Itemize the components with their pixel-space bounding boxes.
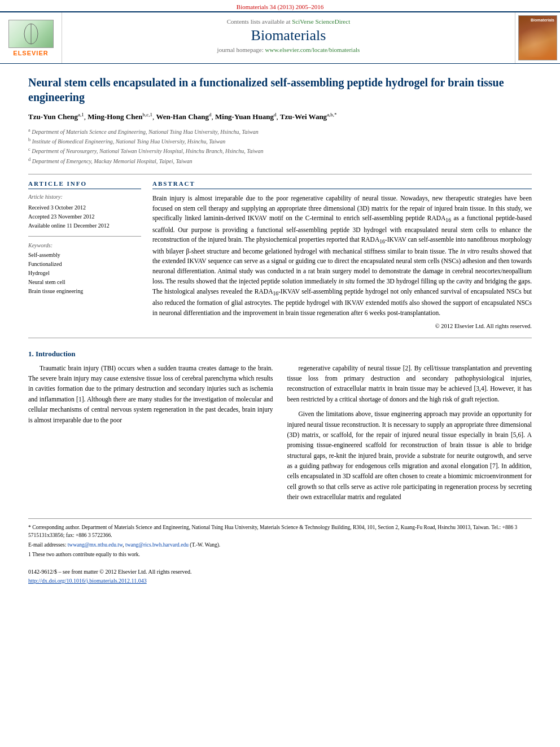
received-date: Received 3 October 2012 — [28, 203, 141, 212]
homepage-prefix: journal homepage: — [217, 46, 265, 53]
intro-title: Introduction — [36, 350, 76, 358]
sciverse-link[interactable]: SciVerse ScienceDirect — [292, 18, 350, 25]
sciverse-prefix: Contents lists available at — [227, 18, 292, 25]
homepage-link[interactable]: www.elsevier.com/locate/biomaterials — [265, 46, 360, 53]
article-info-col: ARTICLE INFO Article history: Received 3… — [28, 180, 141, 329]
keyword-2: Functionalized — [28, 260, 141, 269]
journal-info-center: Contents lists available at SciVerse Sci… — [62, 12, 515, 63]
journal-title: Biomaterials — [73, 27, 504, 44]
accepted-date: Accepted 23 November 2012 — [28, 212, 141, 221]
keywords-section: Keywords: Self-assembly Functionalized H… — [28, 242, 141, 296]
elsevier-tree-logo — [8, 20, 54, 48]
affiliations-block: a Department of Materials Science and En… — [28, 127, 532, 165]
email-link[interactable]: twwang@mx.nthu.edu.tw — [68, 542, 123, 548]
keyword-1: Self-assembly — [28, 251, 141, 260]
citation-banner: Biomaterials 34 (2013) 2005–2016 — [0, 0, 560, 11]
article-container: Neural stem cells encapsulated in a func… — [0, 64, 560, 597]
doi-link[interactable]: http://dx.doi.org/10.1016/j.biomaterials… — [28, 578, 147, 584]
available-date: Available online 11 December 2012 — [28, 221, 141, 230]
author-3-name: Wen-Han Chang — [156, 112, 209, 121]
author-4-name: Ming-Yuan Huang — [215, 112, 274, 121]
cover-label: Biomaterials — [531, 18, 554, 22]
journal-cover-image: Biomaterials — [518, 15, 557, 60]
email-note: E-mail addresses: twwang@mx.nthu.edu.tw,… — [28, 541, 532, 549]
article-info-heading: ARTICLE INFO — [28, 180, 141, 189]
citation-text: Biomaterials 34 (2013) 2005–2016 — [237, 3, 323, 10]
divider-keywords — [28, 236, 141, 237]
author-2-sup: b,c,1 — [142, 112, 152, 117]
intro-left-para: Traumatic brain injury (TBI) occurs when… — [28, 363, 273, 425]
info-abstract-section: ARTICLE INFO Article history: Received 3… — [28, 180, 532, 329]
author-5-sup: a,b,* — [327, 112, 337, 117]
footnotes-area: * Corresponding author. Department of Ma… — [28, 518, 532, 559]
corresponding-note: * Corresponding author. Department of Ma… — [28, 523, 532, 540]
author-5-name: Tzu-Wei Wang — [280, 112, 327, 121]
intro-left-col: Traumatic brain injury (TBI) occurs when… — [28, 363, 273, 507]
abstract-col: ABSTRACT Brain injury is almost irrepara… — [152, 180, 532, 329]
intro-right-col: regenerative capability of neural tissue… — [287, 363, 532, 507]
article-dates: Received 3 October 2012 Accepted 23 Nove… — [28, 203, 141, 230]
homepage-line: journal homepage: www.elsevier.com/locat… — [73, 46, 504, 53]
keyword-4: Neural stem cell — [28, 278, 141, 287]
keyword-5: Brain tissue engineering — [28, 287, 141, 296]
affiliation-b: b Institute of Biomedical Engineering, N… — [28, 137, 532, 146]
intro-two-col: Traumatic brain injury (TBI) occurs when… — [28, 363, 532, 507]
intro-number: 1. — [28, 350, 34, 358]
equal-contribution-note: 1 These two authors contribute equally t… — [28, 551, 532, 558]
introduction-section: 1. Introduction Traumatic brain injury (… — [28, 350, 532, 507]
issn-line: 0142-9612/$ – see front matter © 2012 El… — [28, 567, 532, 576]
divider-1 — [28, 174, 532, 174]
author-1-name: Tzu-Yun Cheng — [28, 112, 78, 121]
sciverse-line: Contents lists available at SciVerse Sci… — [73, 18, 504, 25]
history-label: Article history: — [28, 194, 141, 200]
intro-section-title: 1. Introduction — [28, 350, 532, 359]
author-1-sup: a,1 — [78, 112, 84, 117]
author-4-sup: d — [274, 112, 277, 117]
intro-right-para-1: regenerative capability of neural tissue… — [287, 363, 532, 405]
divider-2 — [28, 338, 532, 338]
journal-header: ELSEVIER Contents lists available at Sci… — [0, 11, 560, 64]
email-label: E-mail addresses: — [28, 542, 66, 548]
email-link-2[interactable]: twang@rics.bwh.harvard.edu — [125, 542, 189, 548]
abstract-text: Brain injury is almost irreparable due t… — [152, 194, 532, 318]
affiliation-c: c Department of Neurosurgery, National T… — [28, 146, 532, 155]
keywords-label: Keywords: — [28, 242, 141, 248]
elsevier-name: ELSEVIER — [8, 50, 54, 56]
footer-area: 0142-9612/$ – see front matter © 2012 El… — [28, 567, 532, 586]
intro-right-para-2: Given the limitations above, tissue engi… — [287, 409, 532, 503]
authors-line: Tzu-Yun Chenga,1, Ming-Hong Chenb,c,1, W… — [28, 111, 532, 123]
affiliation-d: d Department of Emergency, Mackay Memori… — [28, 156, 532, 165]
article-title: Neural stem cells encapsulated in a func… — [28, 75, 532, 104]
elsevier-logo: ELSEVIER — [8, 20, 54, 56]
author-3-sup: d — [209, 112, 212, 117]
author-2-name: Ming-Hong Chen — [88, 112, 142, 121]
journal-cover-area: Biomaterials — [515, 12, 560, 63]
copyright-line: © 2012 Elsevier Ltd. All rights reserved… — [152, 323, 532, 329]
elsevier-logo-area: ELSEVIER — [0, 12, 62, 63]
keyword-3: Hydrogel — [28, 269, 141, 278]
abstract-heading: ABSTRACT — [152, 180, 532, 189]
affiliation-a: a Department of Materials Science and En… — [28, 127, 532, 136]
